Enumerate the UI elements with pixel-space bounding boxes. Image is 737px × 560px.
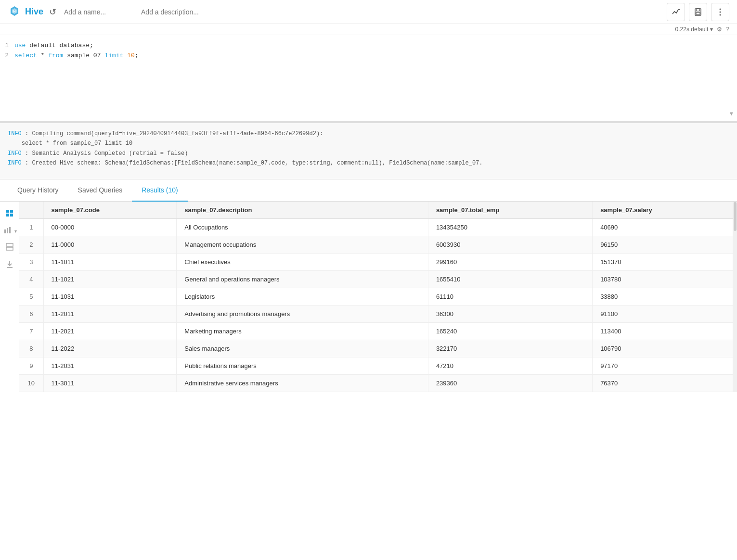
tab-bar: Query History Saved Queries Results (10) [0,179,737,202]
cell-total-emp: 47210 [428,357,592,375]
table-row: 10 11-3011 Administrative services manag… [19,375,733,392]
table-row: 6 11-2011 Advertising and promotions man… [19,305,733,323]
svg-point-7 [720,11,721,13]
svg-rect-17 [6,247,13,250]
grid-view-icon[interactable] [4,207,15,221]
app-name: Hive [25,7,43,17]
line-number-1: 1 [0,41,14,51]
cell-total-emp: 165240 [428,323,592,340]
cell-rownum: 1 [19,219,43,236]
cell-code: 00-0000 [43,219,177,236]
cell-total-emp: 6003930 [428,236,592,254]
chart-view-icon[interactable] [2,225,13,237]
col-header-total-emp[interactable]: sample_07.total_emp [428,202,592,219]
tab-query-history[interactable]: Query History [8,179,68,202]
chart-icon [672,8,680,16]
table-row: 4 11-1021 General and operations manager… [19,271,733,288]
split-view-icon[interactable] [4,241,15,255]
cell-rownum: 7 [19,323,43,340]
cell-code: 11-1021 [43,271,177,288]
settings-icon[interactable]: ⚙ [717,26,722,33]
col-header-description[interactable]: sample_07.description [177,202,428,219]
svg-point-8 [720,14,721,15]
line-content-1: use default database; [14,41,93,51]
cell-total-emp: 299160 [428,254,592,271]
col-header-rownum [19,202,43,219]
history-button[interactable]: ↺ [49,7,56,17]
tab-results[interactable]: Results (10) [132,179,187,202]
cell-salary: 76370 [593,375,733,392]
svg-rect-9 [6,210,9,213]
cell-code: 11-2022 [43,340,177,357]
download-icon[interactable] [4,258,15,272]
query-name-input[interactable] [64,8,141,16]
cell-description: General and operations managers [177,271,428,288]
col-header-code[interactable]: sample_07.code [43,202,177,219]
col-header-salary[interactable]: sample_07.salary [593,202,733,219]
svg-point-6 [720,8,721,10]
log-line-2: select * from sample_07 limit 10 [8,139,729,148]
cell-code: 11-2031 [43,357,177,375]
log-panel: INFO : Compiling command(queryId=hive_20… [0,122,737,179]
svg-rect-15 [9,227,11,233]
table-body: 1 00-0000 All Occupations 134354250 4069… [19,219,733,392]
svg-rect-14 [7,228,8,233]
cell-code: 11-1011 [43,254,177,271]
table-row: 3 11-1011 Chief executives 299160 151370 [19,254,733,271]
svg-rect-16 [6,243,13,246]
cell-rownum: 8 [19,340,43,357]
cell-description: All Occupations [177,219,428,236]
more-icon [719,8,721,16]
scrollbar-thumb[interactable] [734,202,737,231]
log-line-1: INFO : Compiling command(queryId=hive_20… [8,129,729,139]
tab-saved-queries[interactable]: Saved Queries [68,179,132,202]
cell-rownum: 2 [19,236,43,254]
cell-total-emp: 61110 [428,288,592,305]
cell-total-emp: 239360 [428,375,592,392]
cell-salary: 97170 [593,357,733,375]
execution-time[interactable]: 0.22s default [675,26,713,33]
chart-type-arrow[interactable]: ▾ [14,229,17,234]
svg-rect-12 [10,214,13,216]
cell-salary: 33880 [593,288,733,305]
cell-salary: 96150 [593,236,733,254]
results-area: ▾ sample_07.code sample_07.description s… [0,202,737,392]
table-row: 9 11-2031 Public relations managers 4721… [19,357,733,375]
hive-logo-icon: H [8,5,21,19]
cell-rownum: 6 [19,305,43,323]
app-header: H Hive ↺ [0,0,737,24]
cell-salary: 106790 [593,340,733,357]
more-button[interactable] [711,3,729,21]
cell-rownum: 5 [19,288,43,305]
cell-code: 11-3011 [43,375,177,392]
editor-collapse-arrow[interactable]: ▼ [730,111,733,117]
svg-text:H: H [13,10,15,13]
cell-description: Marketing managers [177,323,428,340]
help-icon[interactable]: ? [726,26,729,33]
time-bar: 0.22s default ⚙ ? [0,24,737,35]
cell-salary: 103780 [593,271,733,288]
save-icon [694,8,702,16]
table-row: 1 00-0000 All Occupations 134354250 4069… [19,219,733,236]
code-line-2: 2 select * from sample_07 limit 10; [0,51,737,61]
table-row: 2 11-0000 Management occupations 6003930… [19,236,733,254]
cell-total-emp: 134354250 [428,219,592,236]
cell-description: Advertising and promotions managers [177,305,428,323]
vertical-scrollbar[interactable] [733,202,737,392]
code-editor[interactable]: 1 use default database; 2 select * from … [0,35,737,122]
log-drag-handle[interactable] [359,122,378,123]
svg-rect-10 [10,210,13,213]
cell-code: 11-2011 [43,305,177,323]
cell-description: Chief executives [177,254,428,271]
chart-button[interactable] [667,3,685,21]
cell-salary: 113400 [593,323,733,340]
query-desc-input[interactable] [141,8,237,16]
code-line-1: 1 use default database; [0,41,737,51]
save-button[interactable] [689,3,707,21]
chart-toggle-group: ▾ [2,225,17,237]
results-sidebar: ▾ [0,202,19,392]
cell-salary: 91100 [593,305,733,323]
cell-description: Legislators [177,288,428,305]
cell-rownum: 10 [19,375,43,392]
table-row: 7 11-2021 Marketing managers 165240 1134… [19,323,733,340]
